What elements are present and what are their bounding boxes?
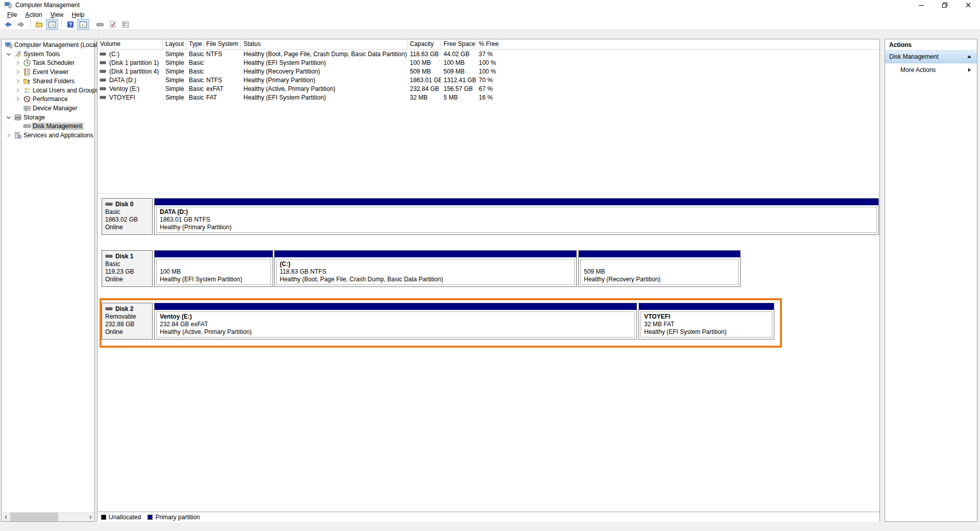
chevron-collapsed-icon[interactable] bbox=[14, 95, 22, 103]
titlebar: Computer Management bbox=[0, 0, 980, 10]
disk-name: Disk 0 bbox=[102, 199, 152, 208]
volume-cell: (C:) bbox=[97, 51, 163, 58]
sidebar-item-computer-management-local[interactable]: Computer Management (Local bbox=[2, 40, 94, 50]
sidebar-item-device-manager[interactable]: Device Manager bbox=[2, 104, 94, 113]
sidebar-item-event-viewer[interactable]: Event Viewer bbox=[2, 67, 94, 77]
column-header-free[interactable]: % Free bbox=[476, 39, 499, 49]
volume-cell: Simple bbox=[163, 77, 186, 84]
help-button[interactable]: ? bbox=[64, 19, 77, 30]
volume-row[interactable]: Ventoy (E:)SimpleBasicexFATHealthy (Acti… bbox=[97, 84, 879, 93]
volume-cell-text: Healthy (EFI System Partition) bbox=[243, 94, 326, 101]
forward-arrow-button[interactable] bbox=[15, 19, 27, 30]
menu-item-file[interactable]: File bbox=[3, 11, 21, 19]
column-header-layout[interactable]: Layout bbox=[163, 39, 186, 49]
tree-item-label: Performance bbox=[32, 95, 69, 103]
volume-row[interactable]: (Disk 1 partition 1)SimpleBasicHealthy (… bbox=[97, 58, 879, 67]
column-header-free-space[interactable]: Free Space bbox=[441, 39, 476, 49]
partition-health: Healthy (EFI System Partition) bbox=[644, 328, 772, 336]
chevron-collapsed-icon[interactable] bbox=[5, 131, 13, 139]
partition-100-mb[interactable]: 100 MBHealthy (EFI System Partition) bbox=[154, 250, 273, 287]
chevron-collapsed-icon[interactable] bbox=[14, 86, 22, 94]
disk-label-disk-0[interactable]: Disk 0Basic1863.02 GBOnline bbox=[102, 198, 153, 235]
partition-title bbox=[160, 260, 271, 268]
sidebar-item-shared-folders[interactable]: Shared Folders bbox=[2, 77, 94, 86]
column-header-capacity[interactable]: Capacity bbox=[407, 39, 441, 49]
volume-dash-icon bbox=[100, 69, 107, 74]
column-header-status[interactable]: Status bbox=[241, 39, 407, 49]
disk-label-disk-2[interactable]: Disk 2Removable232.88 GBOnline bbox=[102, 303, 153, 340]
volume-row[interactable]: (C:)SimpleBasicNTFSHealthy (Boot, Page F… bbox=[97, 50, 879, 58]
volume-cell-text: Simple bbox=[165, 85, 184, 92]
partition-data-d[interactable]: DATA (D:)1863.01 GB NTFSHealthy (Primary… bbox=[154, 198, 879, 235]
volume-row[interactable]: (Disk 1 partition 4)SimpleBasicHealthy (… bbox=[97, 67, 879, 76]
minimize-button[interactable] bbox=[910, 0, 933, 10]
tree-horizontal-scrollbar[interactable] bbox=[2, 512, 94, 521]
close-button[interactable] bbox=[957, 0, 980, 10]
partition-c[interactable]: (C:)118.63 GB NTFSHealthy (Boot, Page Fi… bbox=[274, 250, 577, 287]
volume-cell-text: Basic bbox=[189, 59, 204, 66]
volume-cell: 509 MB bbox=[441, 68, 476, 75]
volume-dash-icon bbox=[100, 52, 107, 57]
chevron-right-small-icon bbox=[88, 515, 93, 520]
chevron-expanded-icon[interactable] bbox=[5, 50, 13, 58]
volume-cell-text: 118.63 GB bbox=[410, 51, 438, 58]
more-actions-item[interactable]: More Actions bbox=[885, 63, 977, 77]
window-controls bbox=[910, 0, 980, 10]
disk-name: Disk 2 bbox=[102, 303, 152, 313]
partition-band bbox=[275, 251, 576, 257]
volume-row[interactable]: VTOYEFISimpleBasicFATHealthy (EFI System… bbox=[97, 93, 879, 102]
partition-ventoy-e[interactable]: Ventoy (E:)232.84 GB exFATHealthy (Activ… bbox=[154, 303, 637, 340]
tree-item-label: Computer Management (Local bbox=[13, 41, 99, 49]
disk-row-disk-1: Disk 1Basic119.23 GBOnline100 MBHealthy … bbox=[97, 250, 879, 287]
chevron-collapsed-icon[interactable] bbox=[14, 77, 22, 85]
column-header-file-system[interactable]: File System bbox=[204, 39, 241, 49]
chevron-collapsed-icon[interactable] bbox=[14, 59, 22, 67]
folder-button[interactable] bbox=[33, 19, 45, 30]
volume-cell: 100 MB bbox=[441, 59, 476, 66]
scrollbar-thumb[interactable] bbox=[10, 513, 58, 521]
sidebar-item-system-tools[interactable]: System Tools bbox=[2, 50, 94, 59]
volume-cell-text: 100 MB bbox=[444, 59, 464, 66]
triangle-right-icon[interactable] bbox=[966, 66, 973, 74]
window-title: Computer Management bbox=[15, 2, 80, 9]
computer-icon bbox=[5, 41, 13, 49]
sidebar-item-local-users-and-groups[interactable]: Local Users and Groups bbox=[2, 86, 94, 95]
back-arrow-icon bbox=[4, 20, 12, 29]
chevron-expanded-icon[interactable] bbox=[5, 113, 13, 122]
scroll-right-button[interactable] bbox=[86, 513, 94, 521]
sidebar-item-performance[interactable]: Performance bbox=[2, 94, 94, 104]
action-pane-toggle-button[interactable] bbox=[77, 19, 89, 30]
actions-group-disk-management[interactable]: Disk Management bbox=[885, 51, 977, 63]
tree-item-label: Disk Management bbox=[32, 123, 84, 130]
volume-cell: 37 % bbox=[476, 51, 499, 58]
chevron-collapsed-icon[interactable] bbox=[14, 68, 22, 76]
sidebar-item-task-scheduler[interactable]: Task Scheduler bbox=[2, 58, 94, 67]
menu-item-help[interactable]: Help bbox=[68, 11, 89, 19]
properties-button[interactable] bbox=[119, 19, 132, 30]
volume-cell-text: 100 % bbox=[479, 68, 496, 75]
volume-dash-icon bbox=[100, 95, 107, 100]
back-arrow-button[interactable] bbox=[2, 19, 14, 30]
restore-button[interactable] bbox=[933, 0, 957, 10]
menu-item-view[interactable]: View bbox=[46, 11, 68, 19]
menu-item-action[interactable]: Action bbox=[21, 11, 46, 19]
disk-label-disk-1[interactable]: Disk 1Basic119.23 GBOnline bbox=[102, 250, 153, 287]
column-header-type[interactable]: Type bbox=[186, 39, 204, 49]
column-header-volume[interactable]: Volume bbox=[97, 39, 163, 49]
drive-button[interactable] bbox=[94, 19, 106, 30]
check-document-button[interactable] bbox=[107, 19, 119, 30]
volume-cell: Healthy (Recovery Partition) bbox=[241, 68, 407, 75]
legend-swatch bbox=[148, 515, 153, 520]
sidebar-item-services-and-applications[interactable]: Services and Applications bbox=[2, 131, 94, 140]
volume-cell: Basic bbox=[186, 85, 204, 92]
chevron-left-small-icon bbox=[4, 515, 9, 520]
performance-icon bbox=[23, 95, 31, 103]
partition-509-mb[interactable]: 509 MBHealthy (Recovery Partition) bbox=[578, 250, 741, 287]
scroll-left-button[interactable] bbox=[2, 513, 10, 521]
triangle-up-icon[interactable] bbox=[966, 53, 973, 60]
partition-vtoyefi[interactable]: VTOYEFI32 MB FATHealthy (EFI System Part… bbox=[639, 303, 774, 340]
sidebar-item-disk-management[interactable]: Disk Management bbox=[2, 122, 94, 131]
volume-row[interactable]: DATA (D:)SimpleBasicNTFSHealthy (Primary… bbox=[97, 76, 879, 84]
console-tree-toggle-button[interactable] bbox=[46, 19, 58, 30]
sidebar-item-storage[interactable]: Storage bbox=[2, 113, 94, 122]
